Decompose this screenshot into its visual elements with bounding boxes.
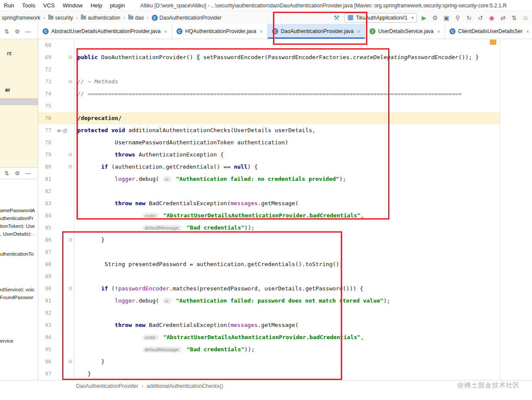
line-number[interactable]: 84: [38, 210, 57, 222]
list-item-fragment[interactable]: uthenticationTo: [0, 251, 33, 257]
code-text[interactable]: [74, 63, 500, 76]
breadcrumb-item-authentication[interactable]: authentication: [80, 14, 121, 22]
code-text[interactable]: protected void additionalAuthenticationC…: [74, 124, 500, 137]
line-number[interactable]: 93: [38, 319, 57, 331]
code-text[interactable]: [74, 307, 500, 319]
breadcrumb-item-daoauthenticationprovider[interactable]: CDaoAuthenticationProvider: [151, 14, 223, 22]
fold-marker-icon[interactable]: ⊟: [67, 76, 74, 88]
list-item-fragment[interactable]: ervice: [0, 338, 13, 343]
code-line[interactable]: 85 defaultMessage: "Bad credentials"));: [38, 222, 500, 234]
menu-item-tools[interactable]: Tools: [18, 0, 39, 11]
list-item-fragment[interactable]: FoundPasswor: [0, 295, 33, 300]
hide-panel-icon[interactable]: —: [26, 28, 31, 35]
override-marker[interactable]: o↑@: [57, 124, 67, 137]
code-text[interactable]: if (!passwordEncoder.matches(presentedPa…: [74, 283, 500, 295]
settings-gear-icon[interactable]: ⚙: [15, 170, 20, 177]
hide-panel-icon[interactable]: —: [26, 170, 31, 177]
line-number[interactable]: 73: [38, 76, 57, 88]
code-line[interactable]: 88 String presentedPassword = authentica…: [38, 258, 500, 270]
line-number[interactable]: 88: [38, 258, 57, 270]
code-line[interactable]: 92: [38, 307, 500, 319]
fold-marker-icon[interactable]: ⊟: [67, 234, 74, 246]
close-icon[interactable]: ×: [437, 28, 441, 35]
breadcrumb-item-dao[interactable]: dao: [127, 14, 145, 22]
fold-marker-icon[interactable]: ⊟: [67, 149, 74, 161]
line-number[interactable]: 72: [38, 63, 57, 76]
code-text[interactable]: code: "AbstractUserDetailsAuthentication…: [74, 210, 500, 222]
code-text[interactable]: if (authentication.getCredentials() == n…: [74, 161, 500, 173]
update-project-icon[interactable]: ↺: [476, 14, 484, 21]
code-text[interactable]: defaultMessage: "Bad credentials"));: [74, 343, 500, 356]
line-number[interactable]: 92: [38, 307, 57, 319]
code-text[interactable]: [74, 246, 500, 258]
line-number[interactable]: 79: [38, 149, 57, 161]
search-everywhere-icon[interactable]: ⚲: [454, 14, 462, 21]
close-icon[interactable]: ×: [164, 28, 167, 35]
build-hammer-icon[interactable]: ⚒: [333, 14, 339, 22]
close-icon[interactable]: ×: [260, 28, 263, 35]
line-number[interactable]: 83: [38, 197, 57, 210]
code-line[interactable]: 76/deprecation/: [38, 112, 500, 124]
code-editor[interactable]: 6869⊟public DaoAuthenticationProvider() …: [38, 39, 500, 380]
line-number[interactable]: 91: [38, 295, 57, 307]
code-line[interactable]: 84 code: "AbstractUserDetailsAuthenticat…: [38, 210, 500, 222]
code-text[interactable]: throws AuthenticationException {: [74, 149, 500, 161]
code-text[interactable]: /deprecation/: [74, 112, 500, 124]
fold-marker-icon[interactable]: ⊟: [67, 51, 74, 63]
editor-tab[interactable]: CAbstractUserDetailsAuthenticationProvid…: [38, 24, 172, 39]
code-line[interactable]: 87: [38, 246, 500, 258]
override-method-icon[interactable]: o↑: [57, 128, 63, 133]
code-line[interactable]: 86⊟ }: [38, 234, 500, 246]
line-number[interactable]: 69: [38, 51, 57, 63]
sync-icon[interactable]: ⇄: [499, 14, 507, 21]
code-line[interactable]: 93 throw new BadCredentialsException(mes…: [38, 319, 500, 331]
line-number[interactable]: 74: [38, 88, 57, 100]
line-number[interactable]: 78: [38, 137, 57, 149]
line-number[interactable]: 85: [38, 222, 57, 234]
line-number[interactable]: 76: [38, 112, 57, 124]
code-text[interactable]: UsernamePasswordAuthenticationToken auth…: [74, 137, 500, 149]
line-number[interactable]: 82: [38, 185, 57, 197]
code-line[interactable]: 90⊟ if (!passwordEncoder.matches(present…: [38, 283, 500, 295]
code-line[interactable]: 78 UsernamePasswordAuthenticationToken a…: [38, 137, 500, 149]
line-number[interactable]: 89: [38, 270, 57, 283]
fold-marker-icon[interactable]: ⊟: [67, 356, 74, 368]
line-number[interactable]: 90: [38, 283, 57, 295]
breadcrumb-method[interactable]: additionalAuthenticationChecks(): [147, 383, 223, 389]
close-icon[interactable]: ×: [357, 28, 361, 35]
code-text[interactable]: throw new BadCredentialsException(messag…: [74, 197, 500, 210]
settings-gear-icon[interactable]: ⚙: [15, 28, 20, 35]
sort-icon[interactable]: ⇅: [510, 14, 518, 21]
list-item-fragment[interactable]: tionToken): Use: [0, 223, 35, 229]
code-line[interactable]: 80⊟ if (authentication.getCredentials() …: [38, 161, 500, 173]
notifications-icon[interactable]: ◉: [488, 14, 495, 21]
run-button[interactable]: ▶: [422, 14, 426, 21]
menu-item-help[interactable]: Help: [86, 0, 106, 11]
menu-item-vcs[interactable]: VCS: [39, 0, 59, 11]
close-icon[interactable]: ×: [526, 28, 529, 35]
code-line[interactable]: 79⊟ throws AuthenticationException {: [38, 149, 500, 161]
menu-item-plugin[interactable]: plugin: [106, 0, 129, 11]
line-number[interactable]: 86: [38, 234, 57, 246]
code-line[interactable]: 73⊟// ~ Methods: [38, 76, 500, 88]
breadcrumb-item-springframework[interactable]: springframework: [1, 14, 41, 22]
code-line[interactable]: 96⊟ }: [38, 356, 500, 368]
list-item-fragment[interactable]: uthenticationPr: [0, 216, 33, 221]
line-number[interactable]: 81: [38, 173, 57, 185]
breadcrumb-class[interactable]: DaoAuthenticationProvider: [76, 383, 138, 389]
code-line[interactable]: 77o↑@protected void additionalAuthentica…: [38, 124, 500, 137]
code-text[interactable]: [74, 185, 500, 197]
view-options-icon[interactable]: ⇅: [4, 170, 9, 177]
code-line[interactable]: 95 defaultMessage: "Bad credentials"));: [38, 343, 500, 356]
code-text[interactable]: [74, 270, 500, 283]
open-windows-icon[interactable]: ▣: [442, 14, 450, 21]
list-item-fragment[interactable]: rdService): voic: [0, 287, 34, 292]
code-text[interactable]: throw new BadCredentialsException(messag…: [74, 319, 500, 331]
menu-item-run[interactable]: Run: [0, 0, 18, 11]
code-text[interactable]: defaultMessage: "Bad credentials"));: [74, 222, 500, 234]
code-line[interactable]: 75: [38, 100, 500, 112]
code-text[interactable]: // ~ Methods: [74, 76, 500, 88]
line-number[interactable]: 97: [38, 368, 57, 380]
fold-marker-icon[interactable]: ⊟: [67, 161, 74, 173]
line-number[interactable]: 96: [38, 356, 57, 368]
